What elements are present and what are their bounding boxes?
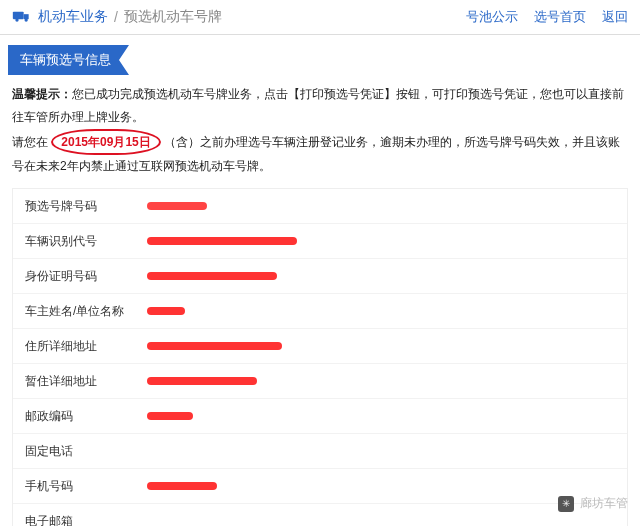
- top-links: 号池公示 选号首页 返回: [466, 8, 628, 26]
- label-owner: 车主姓名/单位名称: [13, 303, 135, 320]
- notice-label: 温馨提示：: [12, 87, 72, 101]
- wechat-badge: ✳ 廊坊车管: [558, 495, 628, 512]
- row-plate: 预选号牌号码: [13, 189, 627, 224]
- section-ribbon: 车辆预选号信息: [8, 45, 129, 75]
- label-zip: 邮政编码: [13, 408, 135, 425]
- notice-block: 温馨提示：您已成功完成预选机动车号牌业务，点击【打印预选号凭证】按钮，可打印预选…: [0, 83, 640, 188]
- label-tempaddr: 暂住详细地址: [13, 373, 135, 390]
- value-tempaddr: [135, 374, 627, 388]
- row-owner: 车主姓名/单位名称: [13, 294, 627, 329]
- value-vin: [135, 234, 627, 248]
- row-zip: 邮政编码: [13, 399, 627, 434]
- svg-point-3: [24, 18, 27, 21]
- label-id: 身份证明号码: [13, 268, 135, 285]
- row-email: 电子邮箱: [13, 504, 627, 526]
- value-id: [135, 269, 627, 283]
- notice-line2a: 请您在: [12, 135, 51, 149]
- label-phone: 固定电话: [13, 443, 135, 460]
- svg-point-2: [15, 18, 18, 21]
- value-addr: [135, 339, 627, 353]
- link-home[interactable]: 选号首页: [534, 8, 586, 26]
- link-pool[interactable]: 号池公示: [466, 8, 518, 26]
- wechat-icon: ✳: [558, 496, 574, 512]
- truck-icon: [12, 10, 32, 24]
- svg-rect-0: [13, 12, 24, 19]
- row-mobile: 手机号码: [13, 469, 627, 504]
- header-bar: 机动车业务 / 预选机动车号牌 号池公示 选号首页 返回: [0, 0, 640, 35]
- value-owner: [135, 304, 627, 318]
- label-mobile: 手机号码: [13, 478, 135, 495]
- label-email: 电子邮箱: [13, 513, 135, 526]
- info-table: 预选号牌号码 车辆识别代号 身份证明号码 车主姓名/单位名称 住所详细地址 暂住…: [12, 188, 628, 526]
- notice-line1: 您已成功完成预选机动车号牌业务，点击【打印预选号凭证】按钮，可打印预选号凭证，您…: [12, 87, 624, 124]
- label-addr: 住所详细地址: [13, 338, 135, 355]
- row-phone: 固定电话: [13, 434, 627, 469]
- row-tempaddr: 暂住详细地址: [13, 364, 627, 399]
- link-back[interactable]: 返回: [602, 8, 628, 26]
- row-vin: 车辆识别代号: [13, 224, 627, 259]
- wechat-label: 廊坊车管: [580, 495, 628, 512]
- row-addr: 住所详细地址: [13, 329, 627, 364]
- breadcrumb-level-1[interactable]: 机动车业务: [38, 8, 108, 26]
- value-plate: [135, 199, 627, 213]
- value-zip: [135, 409, 627, 423]
- deadline-date: 2015年09月15日: [51, 129, 160, 156]
- label-plate: 预选号牌号码: [13, 198, 135, 215]
- breadcrumb: 机动车业务 / 预选机动车号牌: [12, 8, 222, 26]
- label-vin: 车辆识别代号: [13, 233, 135, 250]
- breadcrumb-level-2: 预选机动车号牌: [124, 8, 222, 26]
- value-mobile: [135, 479, 627, 493]
- breadcrumb-sep: /: [114, 9, 118, 25]
- row-id: 身份证明号码: [13, 259, 627, 294]
